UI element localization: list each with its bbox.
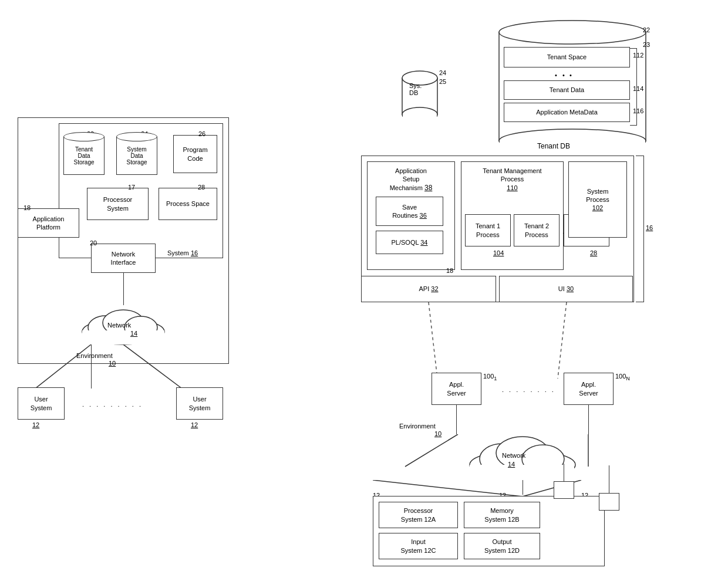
process-space-ref: 28 bbox=[198, 184, 205, 191]
system-process-label: SystemProcess102 bbox=[586, 187, 609, 212]
svg-line-16 bbox=[558, 302, 567, 379]
svg-line-24 bbox=[373, 480, 523, 496]
line-to-terminal1 bbox=[564, 464, 564, 481]
app-metadata-label: Application MetaData bbox=[536, 108, 598, 116]
system-ref-left: 16 bbox=[191, 249, 198, 256]
tenant-data-storage: TenantDataStorage bbox=[63, 132, 105, 173]
svg-line-5 bbox=[35, 344, 91, 389]
save-routines-label: SaveRoutines 36 bbox=[392, 203, 427, 220]
terminal-box-2 bbox=[599, 493, 619, 511]
processor-system-ref: 17 bbox=[128, 184, 135, 191]
api-box: API 32 bbox=[361, 276, 496, 302]
network-label-left: Network bbox=[107, 322, 131, 329]
tenant-data-box: Tenant Data bbox=[504, 80, 630, 100]
save-routines-box: SaveRoutines 36 bbox=[376, 197, 443, 226]
dashed-lines-to-servers bbox=[361, 302, 655, 379]
user-system-left-ref: 12 bbox=[32, 421, 39, 428]
system-16-ref: 16 bbox=[646, 224, 653, 231]
system-data-storage: SystemDataStorage bbox=[116, 132, 157, 173]
dots-tenant-space: • bbox=[555, 72, 557, 79]
program-code-ref: 26 bbox=[198, 130, 205, 137]
ref-18-right: 18 bbox=[446, 267, 453, 274]
input-12c-label: InputSystem 12C bbox=[401, 538, 436, 555]
process-space-label: Process Space bbox=[166, 200, 210, 208]
appl-server-n-box: Appl.Server bbox=[564, 373, 614, 405]
processor-system-label: ProcessorSystem bbox=[103, 195, 133, 212]
appl-server-1-ref: 1001 bbox=[483, 373, 497, 381]
lines-to-right-network bbox=[376, 434, 646, 469]
line-server1-down bbox=[456, 405, 457, 434]
app-setup-label: ApplicationSetupMechanism bbox=[390, 167, 427, 191]
network-ref-left: 14 bbox=[130, 330, 137, 337]
app-platform-ref: 18 bbox=[23, 204, 31, 211]
line-to-right-user bbox=[123, 344, 194, 389]
dots-tenant-space3: • bbox=[569, 72, 572, 79]
line-to-left-user bbox=[35, 344, 94, 389]
env-ref-left: 10 bbox=[109, 360, 116, 367]
system-label-left: System bbox=[167, 249, 189, 256]
appl-server-1-label: Appl.Server bbox=[447, 380, 466, 397]
line-to-terminal2 bbox=[609, 465, 609, 493]
lines-network-to-boxes bbox=[373, 480, 584, 498]
tenant-db-ref-top: 22 bbox=[643, 26, 650, 33]
output-12d-label: OutputSystem 12D bbox=[484, 538, 520, 555]
svg-rect-4 bbox=[82, 330, 164, 344]
network-interface-label: NetworkInterface bbox=[111, 250, 136, 267]
env-label-right: Environment bbox=[399, 423, 436, 430]
user-system-right-label: UserSystem bbox=[189, 395, 211, 412]
svg-point-8 bbox=[499, 21, 646, 44]
tenant1-label: Tenant 1Process bbox=[476, 222, 500, 239]
svg-line-15 bbox=[429, 302, 437, 379]
dots-tenant-space2: • bbox=[562, 72, 565, 79]
appl-server-n-ref: 100N bbox=[615, 373, 630, 381]
memory-12b-box: MemorySystem 12B bbox=[464, 502, 540, 528]
svg-rect-10 bbox=[500, 141, 645, 153]
bracket-right-refs bbox=[630, 48, 637, 126]
api-label: API 32 bbox=[419, 285, 438, 293]
appl-server-1-box: Appl.Server bbox=[432, 373, 481, 405]
process-space-box: Process Space bbox=[159, 188, 217, 220]
user-system-left-label: UserSystem bbox=[31, 395, 52, 412]
program-code-label: ProgramCode bbox=[183, 146, 207, 163]
tenant-db-ref-23: 23 bbox=[643, 41, 650, 48]
processor-12a-label: ProcessorSystem 12A bbox=[401, 506, 436, 523]
dots-user-systems: . . . . . . . . . bbox=[82, 401, 143, 408]
line-servern-down bbox=[588, 405, 589, 434]
ref-104: 104 bbox=[493, 249, 504, 256]
appl-server-n-label: Appl.Server bbox=[579, 380, 598, 397]
tenant-data-label: TenantDataStorage bbox=[73, 146, 94, 165]
sys-db-ref-25: 25 bbox=[439, 78, 446, 85]
tenant2-label: Tenant 2Process bbox=[524, 222, 549, 239]
app-metadata-box: Application MetaData bbox=[504, 103, 630, 122]
tenant2-process-box: Tenant 2Process bbox=[514, 214, 560, 246]
ref-28-right: 28 bbox=[590, 249, 597, 256]
network-interface-ref: 20 bbox=[90, 239, 97, 246]
ui-label: UI 30 bbox=[558, 285, 574, 293]
pl-soql-label: PL/SOQL 34 bbox=[392, 238, 428, 246]
system-data-label: SystemDataStorage bbox=[126, 146, 147, 165]
terminal-box-1 bbox=[554, 481, 574, 499]
tenant-db-label: Tenant DB bbox=[537, 142, 570, 150]
pl-soql-box: PL/SOQL 34 bbox=[376, 231, 443, 254]
processor-system-box: ProcessorSystem bbox=[87, 188, 149, 220]
user-system-right-ref: 12 bbox=[191, 421, 198, 428]
network-interface-box: NetworkInterface bbox=[91, 244, 156, 273]
ui-box: UI 30 bbox=[499, 276, 633, 302]
svg-line-6 bbox=[123, 344, 182, 389]
tenant1-process-box: Tenant 1Process bbox=[465, 214, 511, 246]
tenant-mgmt-label: Tenant ManagementProcess110 bbox=[483, 167, 541, 191]
diagram: Environment 10 System 16 TenantDataStora… bbox=[0, 0, 728, 581]
tenant-data-label2: Tenant Data bbox=[550, 86, 584, 94]
user-system-left-box: UserSystem bbox=[18, 387, 65, 420]
system-process-box: SystemProcess102 bbox=[568, 161, 627, 238]
dots-appl-servers: . . . . . . . . bbox=[502, 386, 555, 393]
tenant-space-box: Tenant Space bbox=[504, 47, 630, 67]
sys-db-label: Sys.DB bbox=[409, 82, 422, 96]
output-12d-box: OutputSystem 12D bbox=[464, 533, 540, 559]
svg-rect-14 bbox=[403, 114, 437, 120]
app-setup-ref: 38 bbox=[424, 184, 432, 192]
processor-12a-box: ProcessorSystem 12A bbox=[379, 502, 458, 528]
input-12c-box: InputSystem 12C bbox=[379, 533, 458, 559]
app-platform-label: ApplicationPlatform bbox=[33, 215, 65, 232]
sys-db-ref-24: 24 bbox=[439, 69, 446, 76]
